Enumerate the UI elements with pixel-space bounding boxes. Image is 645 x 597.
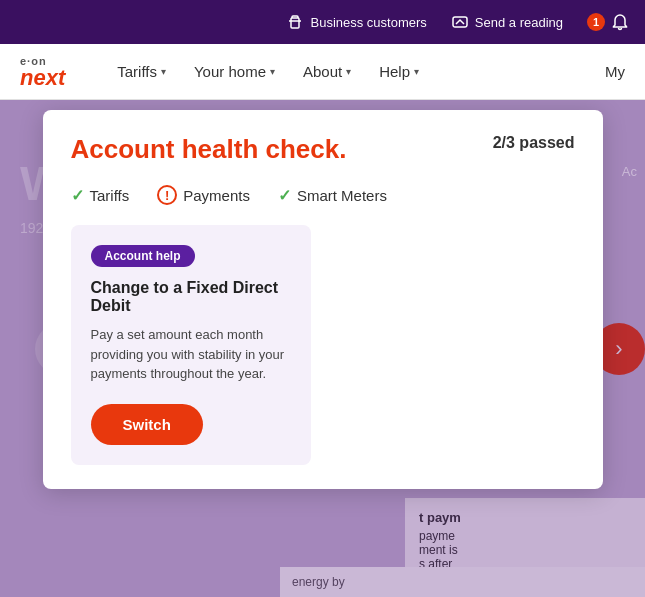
- check-payments: ! Payments: [157, 185, 250, 205]
- your-home-label: Your home: [194, 63, 266, 80]
- send-reading-label: Send a reading: [475, 15, 563, 30]
- bell-icon: [611, 13, 629, 31]
- nav-about[interactable]: About ▾: [291, 55, 363, 88]
- tariffs-check-icon: ✓: [71, 186, 84, 205]
- rec-title: Change to a Fixed Direct Debit: [91, 279, 291, 315]
- nav-my[interactable]: My: [605, 63, 625, 80]
- health-check-title: Account health check.: [71, 134, 347, 165]
- check-smart-meters: ✓ Smart Meters: [278, 186, 387, 205]
- help-label: Help: [379, 63, 410, 80]
- nav-tariffs[interactable]: Tariffs ▾: [105, 55, 178, 88]
- briefcase-icon: [286, 13, 304, 31]
- tariffs-chevron-icon: ▾: [161, 66, 166, 77]
- nav-your-home[interactable]: Your home ▾: [182, 55, 287, 88]
- nav-help[interactable]: Help ▾: [367, 55, 431, 88]
- modal-overlay: Account health check. 2/3 passed ✓ Tarif…: [0, 100, 645, 597]
- my-label: My: [605, 63, 625, 80]
- payments-warning-icon: !: [157, 185, 177, 205]
- svg-rect-0: [291, 18, 299, 28]
- send-reading-link[interactable]: Send a reading: [451, 13, 563, 31]
- business-customers-label: Business customers: [310, 15, 426, 30]
- payments-check-label: Payments: [183, 187, 250, 204]
- logo[interactable]: e·on next: [20, 55, 65, 89]
- rec-badge: Account help: [91, 245, 195, 267]
- notification-count: 1: [587, 13, 605, 31]
- switch-button[interactable]: Switch: [91, 404, 203, 445]
- help-chevron-icon: ▾: [414, 66, 419, 77]
- business-customers-link[interactable]: Business customers: [286, 13, 426, 31]
- meter-icon: [451, 13, 469, 31]
- your-home-chevron-icon: ▾: [270, 66, 275, 77]
- page-background: Wo 192 G Ac ‹ › t paym payme ment is s a…: [0, 100, 645, 597]
- logo-next: next: [20, 67, 65, 89]
- tariffs-check-label: Tariffs: [90, 187, 130, 204]
- about-chevron-icon: ▾: [346, 66, 351, 77]
- smart-meters-check-icon: ✓: [278, 186, 291, 205]
- tariffs-label: Tariffs: [117, 63, 157, 80]
- health-checks-row: ✓ Tariffs ! Payments ✓ Smart Meters: [71, 185, 575, 205]
- about-label: About: [303, 63, 342, 80]
- rec-description: Pay a set amount each month providing yo…: [91, 325, 291, 384]
- svg-rect-2: [453, 17, 467, 27]
- health-card-header: Account health check. 2/3 passed: [71, 134, 575, 165]
- nav-items: Tariffs ▾ Your home ▾ About ▾ Help ▾: [105, 55, 605, 88]
- check-tariffs: ✓ Tariffs: [71, 186, 130, 205]
- smart-meters-check-label: Smart Meters: [297, 187, 387, 204]
- recommendation-card: Account help Change to a Fixed Direct De…: [71, 225, 311, 465]
- main-nav: e·on next Tariffs ▾ Your home ▾ About ▾ …: [0, 44, 645, 100]
- notification-bell[interactable]: 1: [587, 13, 629, 31]
- health-passed-count: 2/3 passed: [493, 134, 575, 152]
- health-check-card: Account health check. 2/3 passed ✓ Tarif…: [43, 110, 603, 489]
- top-bar: Business customers Send a reading 1: [0, 0, 645, 44]
